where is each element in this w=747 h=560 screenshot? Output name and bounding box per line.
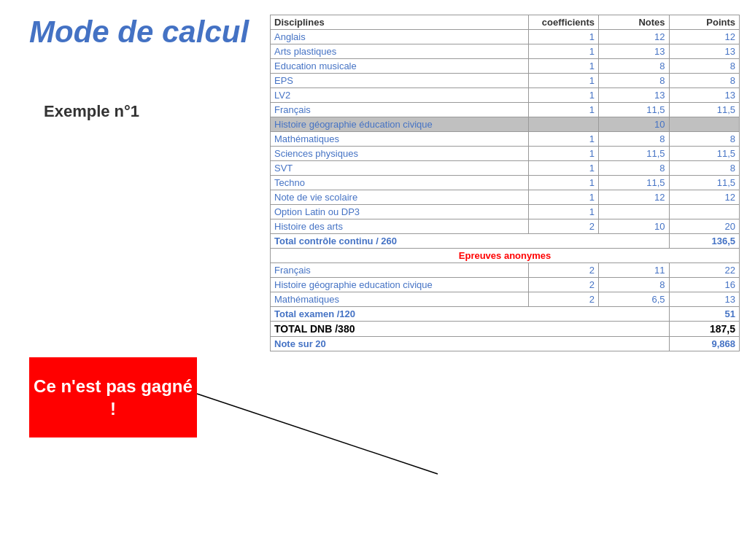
- cell-coeff: 1: [528, 205, 598, 219]
- svg-line-0: [197, 394, 438, 474]
- cell-discipline: LV2: [271, 88, 529, 103]
- table-row: Anglais 1 12 12: [271, 30, 740, 44]
- cell-discipline: Arts plastiques: [271, 44, 529, 59]
- cell-discipline: Français: [271, 263, 529, 278]
- cell-notes: 11,5: [599, 176, 669, 190]
- cell-discipline: Note de vie scolaire: [271, 190, 529, 205]
- table-row: SVT 1 8 8: [271, 161, 740, 176]
- cell-coeff: 1: [528, 88, 598, 103]
- cell-total-exam-label: Total examen /120: [271, 307, 670, 322]
- table-row: LV2 1 13 13: [271, 88, 740, 103]
- cell-coeff: 1: [528, 161, 598, 176]
- table-row: Histoire des arts 2 10 20: [271, 219, 740, 234]
- cell-discipline: Mathématiques: [271, 292, 529, 307]
- cell-discipline: EPS: [271, 74, 529, 88]
- cell-discipline: Histoire des arts: [271, 219, 529, 234]
- cell-points: [669, 205, 739, 219]
- cell-points: 11,5: [669, 147, 739, 161]
- cell-discipline: Education musicale: [271, 59, 529, 74]
- cell-points: 16: [669, 278, 739, 292]
- cell-discipline: Français: [271, 103, 529, 117]
- table-row: Mathématiques 2 6,5 13: [271, 292, 740, 307]
- cell-discipline: Histoire géographie education civique: [271, 278, 529, 292]
- header-coefficients: coefficients: [528, 15, 598, 30]
- table-row: Note sur 20 9,868: [271, 337, 740, 351]
- cell-notes: 8: [599, 132, 669, 147]
- cell-notes: 12: [599, 190, 669, 205]
- cell-coeff: [528, 117, 598, 132]
- cell-coeff: 2: [528, 278, 598, 292]
- cell-coeff: 1: [528, 132, 598, 147]
- cell-discipline: Option Latin ou DP3: [271, 205, 529, 219]
- cell-discipline: Techno: [271, 176, 529, 190]
- red-box-text: Ce n'est pas gagné !: [29, 375, 197, 420]
- table-row: Arts plastiques 1 13 13: [271, 44, 740, 59]
- cell-notes: 8: [599, 74, 669, 88]
- cell-notes: 8: [599, 278, 669, 292]
- header-points: Points: [669, 15, 739, 30]
- table-row: Option Latin ou DP3 1: [271, 205, 740, 219]
- cell-coeff: 1: [528, 103, 598, 117]
- cell-coeff: 1: [528, 30, 598, 44]
- table-row: Total contrôle continu / 260 136,5: [271, 234, 740, 249]
- cell-coeff: 1: [528, 176, 598, 190]
- table-row: Education musicale 1 8 8: [271, 59, 740, 74]
- cell-discipline: SVT: [271, 161, 529, 176]
- cell-points: 13: [669, 88, 739, 103]
- cell-note-sur-points: 9,868: [669, 337, 739, 351]
- table-row: Sciences physiques 1 11,5 11,5: [271, 147, 740, 161]
- cell-points: 8: [669, 74, 739, 88]
- cell-points: 20: [669, 219, 739, 234]
- cell-note-sur-label: Note sur 20: [271, 337, 670, 351]
- table-row: Techno 1 11,5 11,5: [271, 176, 740, 190]
- table-row: Histoire géographie education civique 2 …: [271, 278, 740, 292]
- cell-notes: 13: [599, 44, 669, 59]
- cell-coeff: 1: [528, 44, 598, 59]
- cell-notes: 6,5: [599, 292, 669, 307]
- table-row: Français 1 11,5 11,5: [271, 103, 740, 117]
- cell-notes: 8: [599, 59, 669, 74]
- cell-notes: 8: [599, 161, 669, 176]
- cell-points: 13: [669, 292, 739, 307]
- cell-notes: [599, 205, 669, 219]
- cell-points: 11,5: [669, 176, 739, 190]
- table-row: Français 2 11 22: [271, 263, 740, 278]
- cell-discipline: Mathématiques: [271, 132, 529, 147]
- cell-notes: 10: [599, 117, 669, 132]
- header-notes: Notes: [599, 15, 669, 30]
- cell-discipline: Histoire géographie éducation civique: [271, 117, 529, 132]
- main-table: Disciplines coefficients Notes Points An…: [270, 15, 740, 351]
- header-disciplines: Disciplines: [271, 15, 529, 30]
- cell-notes: 12: [599, 30, 669, 44]
- table-row: Mathématiques 1 8 8: [271, 132, 740, 147]
- table-row: EPS 1 8 8: [271, 74, 740, 88]
- table-row: Histoire géographie éducation civique 10: [271, 117, 740, 132]
- cell-anon-header: Epreuves anonymes: [271, 249, 740, 263]
- table-row: Epreuves anonymes: [271, 249, 740, 263]
- cell-points: 22: [669, 263, 739, 278]
- cell-total-cc-label: Total contrôle continu / 260: [271, 234, 670, 249]
- cell-total-dnb-points: 187,5: [669, 322, 739, 337]
- cell-points: 13: [669, 44, 739, 59]
- cell-coeff: 1: [528, 59, 598, 74]
- cell-coeff: 2: [528, 219, 598, 234]
- page-title: Mode de calcul: [29, 15, 249, 50]
- cell-notes: 11,5: [599, 147, 669, 161]
- example-label: Exemple n°1: [44, 102, 139, 121]
- cell-total-exam-points: 51: [669, 307, 739, 322]
- cell-points: 12: [669, 190, 739, 205]
- cell-coeff: 1: [528, 190, 598, 205]
- cell-total-dnb-label: TOTAL DNB /380: [271, 322, 670, 337]
- table-header-row: Disciplines coefficients Notes Points: [271, 15, 740, 30]
- cell-notes: 13: [599, 88, 669, 103]
- cell-discipline: Sciences physiques: [271, 147, 529, 161]
- cell-points: 8: [669, 132, 739, 147]
- cell-notes: 10: [599, 219, 669, 234]
- cell-points: 8: [669, 59, 739, 74]
- cell-coeff: 1: [528, 74, 598, 88]
- red-box: Ce n'est pas gagné !: [29, 357, 197, 438]
- cell-total-cc-points: 136,5: [669, 234, 739, 249]
- cell-coeff: 1: [528, 147, 598, 161]
- cell-points: 11,5: [669, 103, 739, 117]
- cell-notes: 11: [599, 263, 669, 278]
